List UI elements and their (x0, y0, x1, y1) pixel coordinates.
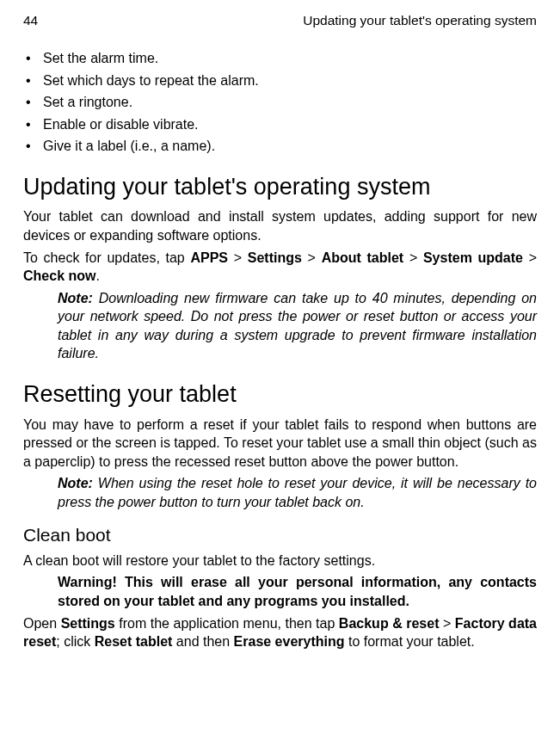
note-block: Note: Downloading new firmware can take … (23, 289, 537, 363)
chapter-title: Updating your tablet's operating system (303, 12, 537, 30)
note-label: Note: (58, 476, 93, 490)
note-block: Note: When using the reset hole to reset… (23, 474, 537, 511)
heading-resetting: Resetting your tablet (23, 379, 537, 410)
list-item: Set which days to repeat the alarm. (23, 71, 537, 90)
paragraph: A clean boot will restore your tablet to… (23, 552, 537, 570)
paragraph: Your tablet can download and install sys… (23, 207, 537, 244)
paragraph: You may have to perform a reset if your … (23, 416, 537, 472)
heading-cleanboot: Clean boot (23, 523, 537, 547)
warning-block: Warning! This will erase all your person… (23, 573, 537, 610)
page-header: 44 Updating your tablet's operating syst… (23, 12, 537, 30)
paragraph: Open Settings from the application menu,… (23, 614, 537, 651)
list-item: Set the alarm time. (23, 49, 537, 68)
page-number: 44 (23, 12, 38, 30)
note-label: Note: (58, 291, 93, 305)
heading-updating: Updating your tablet's operating system (23, 171, 537, 202)
alarm-settings-list: Set the alarm time. Set which days to re… (23, 49, 537, 156)
list-item: Set a ringtone. (23, 93, 537, 112)
paragraph: To check for updates, tap APPS > Setting… (23, 249, 537, 286)
list-item: Enable or disable vibrate. (23, 115, 537, 134)
list-item: Give it a label (i.e., a name). (23, 137, 537, 156)
